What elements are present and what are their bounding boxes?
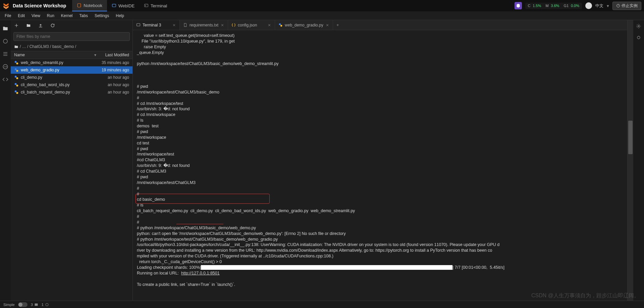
file-filter-input[interactable] — [13, 32, 130, 41]
file-mod: an hour ago — [108, 75, 129, 80]
list-icon[interactable] — [2, 51, 8, 57]
file-toolbar — [11, 20, 132, 31]
file-mod: 19 minutes ago — [102, 68, 129, 72]
menu-kernel[interactable]: Kernel — [58, 13, 76, 18]
menu-bar: File Edit View Run Kernel Tabs Settings … — [0, 11, 644, 20]
tab-requirements[interactable]: requirements.txt — [180, 20, 228, 30]
menu-edit[interactable]: Edit — [14, 13, 28, 18]
svg-point-13 — [15, 83, 17, 85]
python-icon — [278, 23, 283, 27]
close-icon[interactable] — [267, 23, 271, 27]
file-table-header: Name ▾ Last Modified — [11, 51, 132, 59]
status-item[interactable]: 1 — [42, 303, 49, 307]
language-selector[interactable]: 中文 — [595, 3, 603, 9]
highlight-box — [136, 194, 270, 204]
gear-icon[interactable] — [636, 23, 641, 29]
activity-bar: JOB — [0, 20, 11, 301]
file-row[interactable]: web_demo_gradio.py19 minutes ago — [11, 66, 132, 74]
metric-m: 3.6% — [551, 4, 559, 8]
mode-toggle[interactable] — [18, 302, 28, 307]
status-item[interactable]: 3 — [31, 303, 38, 307]
terminal-url[interactable]: http://127.0.0.1:8501 — [181, 271, 220, 275]
tab-terminal[interactable]: Terminal 3 — [133, 20, 180, 30]
file-list: web_demo_streamlit.py35 minutes ago web_… — [11, 59, 132, 96]
menu-file[interactable]: File — [1, 13, 14, 18]
file-mod: an hour ago — [108, 90, 129, 95]
scrollbar-thumb[interactable] — [628, 121, 633, 154]
svg-point-18 — [279, 23, 281, 25]
scrollbar[interactable] — [627, 20, 633, 301]
bug-icon[interactable] — [636, 35, 641, 40]
svg-text:JOB: JOB — [4, 66, 7, 68]
python-icon — [14, 68, 19, 72]
terminal-warn-tail: UserWarning: CUDA initialization: The NV… — [260, 242, 500, 247]
svg-rect-0 — [78, 4, 81, 7]
svg-rect-22 — [35, 303, 38, 306]
plus-icon[interactable] — [14, 23, 19, 28]
json-icon — [231, 23, 236, 27]
file-row[interactable]: cli_demo_bad_word_ids.pyan hour ago — [11, 81, 132, 88]
new-folder-icon[interactable] — [26, 23, 31, 28]
webide-icon — [112, 3, 116, 8]
header-tab-notebook[interactable]: Notebook — [72, 0, 107, 11]
col-name[interactable]: Name — [11, 53, 94, 57]
close-icon[interactable] — [325, 23, 329, 27]
svg-point-14 — [16, 84, 18, 86]
stop-button-label: 停止实例 — [622, 3, 638, 9]
menu-settings[interactable]: Settings — [91, 13, 112, 18]
main-area: JOB / … / ChatGLM3 / basic_demo / Name ▾… — [0, 20, 644, 301]
menu-tabs[interactable]: Tabs — [76, 13, 91, 18]
col-modified[interactable]: Last Modified — [99, 53, 132, 57]
header-tab-label: Notebook — [84, 3, 102, 8]
python-icon — [14, 75, 19, 80]
terminal-warn2: river by downloading and installing a ne… — [137, 248, 492, 253]
python-icon — [14, 90, 19, 95]
file-name: cli_demo.py — [21, 75, 106, 80]
folder-icon[interactable] — [2, 25, 8, 32]
cube-icon[interactable] — [515, 2, 522, 9]
terminal-run-pre: Running on local URL: — [137, 271, 181, 275]
terminal-icon — [144, 3, 149, 8]
menu-help[interactable]: Help — [112, 13, 127, 18]
power-icon — [616, 4, 620, 8]
python-icon — [14, 60, 19, 65]
menu-run[interactable]: Run — [44, 13, 58, 18]
metric-m-label: M — [545, 4, 548, 8]
svg-point-8 — [16, 62, 18, 64]
svg-point-21 — [637, 36, 640, 39]
file-browser: / … / ChatGLM3 / basic_demo / Name ▾ Las… — [11, 20, 133, 301]
breadcrumb-text: / … / ChatGLM3 / basic_demo / — [20, 44, 76, 49]
breadcrumb[interactable]: / … / ChatGLM3 / basic_demo / — [11, 42, 132, 51]
code-icon[interactable] — [2, 76, 8, 82]
file-row[interactable]: cli_batch_request_demo.pyan hour ago — [11, 88, 132, 96]
close-icon[interactable] — [172, 23, 176, 27]
header-tab-terminal[interactable]: Terminal — [139, 0, 172, 11]
close-icon[interactable] — [220, 23, 224, 27]
user-avatar[interactable] — [585, 2, 592, 9]
right-aux-bar — [633, 20, 644, 301]
svg-point-20 — [638, 25, 639, 27]
file-row[interactable]: web_demo_streamlit.py35 minutes ago — [11, 59, 132, 66]
tab-label: config.json — [238, 23, 257, 27]
file-icon — [183, 23, 187, 27]
file-name: cli_demo_bad_word_ids.py — [21, 82, 106, 87]
file-name: web_demo_streamlit.py — [21, 60, 100, 65]
terminal-output[interactable]: value = self.text_queue.get(timeout=self… — [133, 30, 627, 301]
stop-instance-button[interactable]: 停止实例 — [612, 2, 641, 10]
upload-icon[interactable] — [38, 23, 43, 28]
svg-rect-17 — [137, 23, 140, 26]
job-icon[interactable]: JOB — [2, 64, 8, 70]
tab-label: web_demo_gradio.py — [285, 23, 323, 27]
new-tab-button[interactable]: + — [333, 20, 342, 30]
circle-icon[interactable] — [2, 38, 8, 44]
metric-g: 0.0% — [571, 4, 579, 8]
refresh-icon[interactable] — [50, 23, 55, 28]
header-tab-webide[interactable]: WebIDE — [107, 0, 139, 11]
menu-view[interactable]: View — [28, 13, 44, 18]
file-row[interactable]: cli_demo.pyan hour ago — [11, 74, 132, 81]
terminal-icon — [136, 23, 141, 27]
tab-config[interactable]: config.json — [228, 20, 275, 30]
tab-gradio[interactable]: web_demo_gradio.py — [275, 20, 333, 30]
svg-point-23 — [46, 303, 48, 306]
kernel-icon — [45, 303, 49, 307]
